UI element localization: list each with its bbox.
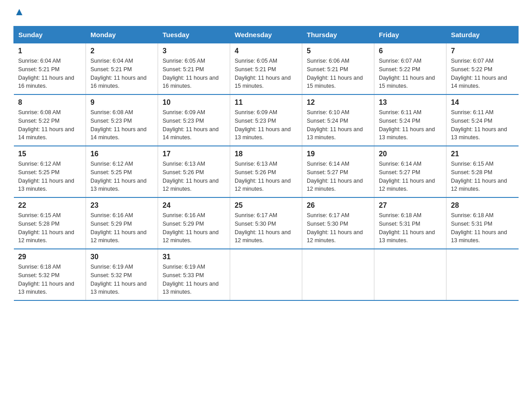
calendar-cell: 26Sunrise: 6:17 AMSunset: 5:30 PMDayligh… — [302, 197, 374, 249]
day-info: Sunrise: 6:05 AMSunset: 5:21 PMDaylight:… — [163, 57, 225, 90]
calendar-cell: 24Sunrise: 6:16 AMSunset: 5:29 PMDayligh… — [158, 197, 230, 249]
day-info: Sunrise: 6:04 AMSunset: 5:21 PMDaylight:… — [90, 57, 153, 90]
day-info: Sunrise: 6:11 AMSunset: 5:24 PMDaylight:… — [379, 108, 442, 142]
calendar-cell — [374, 249, 446, 300]
calendar-week-row: 1Sunrise: 6:04 AMSunset: 5:21 PMDaylight… — [14, 43, 519, 95]
calendar-cell: 3Sunrise: 6:05 AMSunset: 5:21 PMDaylight… — [158, 43, 230, 95]
day-number: 8 — [18, 98, 82, 107]
day-header-sunday: Sunday — [14, 26, 86, 43]
day-number: 25 — [235, 201, 297, 210]
calendar-cell: 17Sunrise: 6:13 AMSunset: 5:26 PMDayligh… — [158, 146, 230, 197]
calendar-cell: 30Sunrise: 6:19 AMSunset: 5:32 PMDayligh… — [86, 249, 158, 300]
day-number: 12 — [307, 98, 369, 107]
page-header — [13, 9, 519, 17]
day-info: Sunrise: 6:14 AMSunset: 5:27 PMDaylight:… — [379, 160, 442, 193]
calendar-cell: 1Sunrise: 6:04 AMSunset: 5:21 PMDaylight… — [14, 43, 86, 95]
day-info: Sunrise: 6:13 AMSunset: 5:26 PMDaylight:… — [163, 160, 225, 193]
day-number: 27 — [379, 201, 442, 210]
day-info: Sunrise: 6:07 AMSunset: 5:22 PMDaylight:… — [379, 57, 442, 90]
day-number: 26 — [307, 201, 369, 210]
day-info: Sunrise: 6:19 AMSunset: 5:32 PMDaylight:… — [90, 263, 153, 296]
calendar-cell: 28Sunrise: 6:18 AMSunset: 5:31 PMDayligh… — [446, 197, 519, 249]
day-info: Sunrise: 6:10 AMSunset: 5:24 PMDaylight:… — [307, 108, 369, 142]
day-number: 29 — [18, 253, 82, 261]
calendar-table: SundayMondayTuesdayWednesdayThursdayFrid… — [13, 26, 519, 301]
day-number: 9 — [90, 98, 153, 107]
calendar-cell: 23Sunrise: 6:16 AMSunset: 5:29 PMDayligh… — [86, 197, 158, 249]
logo-triangle-icon — [14, 7, 24, 17]
day-info: Sunrise: 6:14 AMSunset: 5:27 PMDaylight:… — [307, 160, 369, 193]
day-info: Sunrise: 6:07 AMSunset: 5:22 PMDaylight:… — [451, 57, 514, 90]
day-number: 5 — [307, 47, 369, 55]
calendar-cell — [302, 249, 374, 300]
day-number: 28 — [451, 201, 514, 210]
day-number: 20 — [379, 150, 442, 158]
day-info: Sunrise: 6:04 AMSunset: 5:21 PMDaylight:… — [18, 57, 82, 90]
day-info: Sunrise: 6:15 AMSunset: 5:28 PMDaylight:… — [451, 160, 514, 193]
svg-marker-0 — [16, 9, 22, 15]
calendar-header: SundayMondayTuesdayWednesdayThursdayFrid… — [14, 26, 519, 43]
calendar-cell: 11Sunrise: 6:09 AMSunset: 5:23 PMDayligh… — [230, 94, 302, 146]
day-number: 19 — [307, 150, 369, 158]
day-info: Sunrise: 6:05 AMSunset: 5:21 PMDaylight:… — [235, 57, 297, 90]
day-number: 31 — [163, 253, 225, 261]
day-info: Sunrise: 6:16 AMSunset: 5:29 PMDaylight:… — [90, 211, 153, 245]
calendar-cell — [446, 249, 519, 300]
calendar-cell: 19Sunrise: 6:14 AMSunset: 5:27 PMDayligh… — [302, 146, 374, 197]
calendar-week-row: 29Sunrise: 6:18 AMSunset: 5:32 PMDayligh… — [14, 249, 519, 300]
calendar-cell — [230, 249, 302, 300]
calendar-cell: 15Sunrise: 6:12 AMSunset: 5:25 PMDayligh… — [14, 146, 86, 197]
day-number: 30 — [90, 253, 153, 261]
day-info: Sunrise: 6:08 AMSunset: 5:22 PMDaylight:… — [18, 108, 82, 142]
day-number: 6 — [379, 47, 442, 55]
day-header-monday: Monday — [86, 26, 158, 43]
calendar-cell: 5Sunrise: 6:06 AMSunset: 5:21 PMDaylight… — [302, 43, 374, 95]
day-info: Sunrise: 6:18 AMSunset: 5:31 PMDaylight:… — [379, 211, 442, 245]
day-info: Sunrise: 6:09 AMSunset: 5:23 PMDaylight:… — [235, 108, 297, 142]
day-info: Sunrise: 6:09 AMSunset: 5:23 PMDaylight:… — [163, 108, 225, 142]
day-number: 4 — [235, 47, 297, 55]
day-number: 23 — [90, 201, 153, 210]
day-number: 17 — [163, 150, 225, 158]
day-info: Sunrise: 6:18 AMSunset: 5:32 PMDaylight:… — [18, 263, 82, 296]
day-info: Sunrise: 6:11 AMSunset: 5:24 PMDaylight:… — [451, 108, 514, 142]
day-header-tuesday: Tuesday — [158, 26, 230, 43]
day-number: 11 — [235, 98, 297, 107]
calendar-cell: 29Sunrise: 6:18 AMSunset: 5:32 PMDayligh… — [14, 249, 86, 300]
day-info: Sunrise: 6:12 AMSunset: 5:25 PMDaylight:… — [90, 160, 153, 193]
calendar-cell: 22Sunrise: 6:15 AMSunset: 5:28 PMDayligh… — [14, 197, 86, 249]
calendar-cell: 21Sunrise: 6:15 AMSunset: 5:28 PMDayligh… — [446, 146, 519, 197]
days-of-week-row: SundayMondayTuesdayWednesdayThursdayFrid… — [14, 26, 519, 43]
calendar-week-row: 22Sunrise: 6:15 AMSunset: 5:28 PMDayligh… — [14, 197, 519, 249]
day-info: Sunrise: 6:16 AMSunset: 5:29 PMDaylight:… — [163, 211, 225, 245]
day-info: Sunrise: 6:15 AMSunset: 5:28 PMDaylight:… — [18, 211, 82, 245]
day-number: 7 — [451, 47, 514, 55]
day-info: Sunrise: 6:17 AMSunset: 5:30 PMDaylight:… — [307, 211, 369, 245]
day-number: 3 — [163, 47, 225, 55]
calendar-cell: 25Sunrise: 6:17 AMSunset: 5:30 PMDayligh… — [230, 197, 302, 249]
day-number: 16 — [90, 150, 153, 158]
day-number: 21 — [451, 150, 514, 158]
day-number: 22 — [18, 201, 82, 210]
calendar-cell: 27Sunrise: 6:18 AMSunset: 5:31 PMDayligh… — [374, 197, 446, 249]
day-number: 1 — [18, 47, 82, 55]
calendar-body: 1Sunrise: 6:04 AMSunset: 5:21 PMDaylight… — [14, 43, 519, 301]
day-number: 14 — [451, 98, 514, 107]
day-number: 18 — [235, 150, 297, 158]
day-number: 2 — [90, 47, 153, 55]
day-number: 15 — [18, 150, 82, 158]
calendar-week-row: 15Sunrise: 6:12 AMSunset: 5:25 PMDayligh… — [14, 146, 519, 197]
day-info: Sunrise: 6:12 AMSunset: 5:25 PMDaylight:… — [18, 160, 82, 193]
calendar-cell: 10Sunrise: 6:09 AMSunset: 5:23 PMDayligh… — [158, 94, 230, 146]
day-header-wednesday: Wednesday — [230, 26, 302, 43]
calendar-cell: 16Sunrise: 6:12 AMSunset: 5:25 PMDayligh… — [86, 146, 158, 197]
day-header-thursday: Thursday — [302, 26, 374, 43]
calendar-cell: 7Sunrise: 6:07 AMSunset: 5:22 PMDaylight… — [446, 43, 519, 95]
calendar-cell: 8Sunrise: 6:08 AMSunset: 5:22 PMDaylight… — [14, 94, 86, 146]
calendar-cell: 13Sunrise: 6:11 AMSunset: 5:24 PMDayligh… — [374, 94, 446, 146]
day-info: Sunrise: 6:06 AMSunset: 5:21 PMDaylight:… — [307, 57, 369, 90]
day-number: 10 — [163, 98, 225, 107]
day-info: Sunrise: 6:17 AMSunset: 5:30 PMDaylight:… — [235, 211, 297, 245]
day-info: Sunrise: 6:18 AMSunset: 5:31 PMDaylight:… — [451, 211, 514, 245]
calendar-cell: 14Sunrise: 6:11 AMSunset: 5:24 PMDayligh… — [446, 94, 519, 146]
